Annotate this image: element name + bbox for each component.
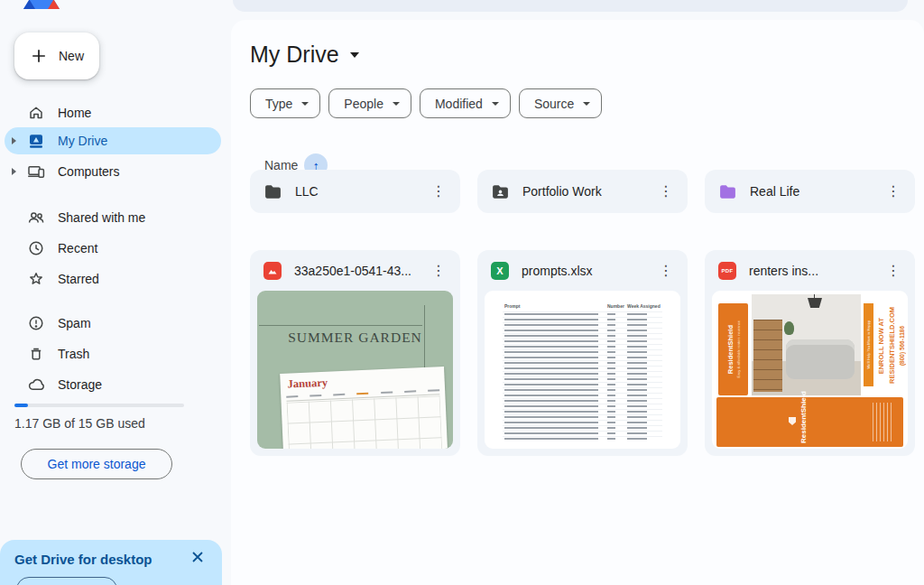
folder-icon	[263, 182, 282, 201]
more-options-icon[interactable]: ⋮	[883, 262, 903, 280]
filter-chips: Type People Modified Source	[250, 88, 602, 118]
file-thumbnail: SUMMER GARDEN January	[257, 291, 453, 449]
more-options-icon[interactable]: ⋮	[883, 182, 903, 200]
sidebar-item-shared-with-me[interactable]: Shared with me	[5, 204, 221, 231]
filter-chip-people[interactable]: People	[328, 88, 411, 118]
computers-icon	[27, 162, 45, 181]
calendar-sheet: January	[280, 367, 448, 449]
filter-chip-modified[interactable]: Modified	[420, 88, 511, 118]
shared-folder-icon	[491, 182, 510, 201]
storage-progress-fill	[14, 404, 28, 407]
page-title[interactable]: My Drive	[250, 42, 359, 68]
file-thumbnail: Prompt Number Week Assigned	[485, 291, 680, 449]
plus-icon	[30, 47, 48, 65]
new-button[interactable]: New	[14, 32, 99, 79]
more-options-icon[interactable]: ⋮	[656, 182, 676, 200]
column-header: Prompt	[504, 303, 521, 309]
living-room-photo	[752, 294, 861, 395]
more-options-icon[interactable]: ⋮	[429, 262, 448, 280]
brochure-strip-text: We'll Help You Move in Happy	[866, 320, 871, 368]
spam-icon	[27, 314, 45, 332]
sidebar-item-spam[interactable]: Spam	[5, 310, 221, 337]
sidebar-item-my-drive[interactable]: My Drive	[5, 127, 221, 154]
file-thumbnail: ResidentShield Easy & affordable renters…	[712, 291, 908, 449]
my-drive-icon	[27, 132, 45, 150]
sidebar-item-home[interactable]: Home	[5, 99, 221, 126]
banner-title: Get Drive for desktop	[14, 552, 152, 567]
sidebar: New Home My Drive Computers	[0, 0, 231, 585]
file-card-spreadsheet[interactable]: X prompts.xlsx ⋮ Prompt Number Week Assi…	[477, 250, 688, 456]
sidebar-item-starred[interactable]: Starred	[5, 265, 221, 292]
storage-progress-bar	[14, 404, 184, 407]
column-header: Number	[607, 303, 624, 309]
filter-chip-source[interactable]: Source	[519, 88, 602, 118]
main-panel: My Drive Type People Modified Source Nam…	[231, 20, 924, 585]
storage-usage-text: 1.17 GB of 15 GB used	[14, 416, 145, 431]
trash-icon	[27, 345, 45, 363]
get-more-storage-button[interactable]: Get more storage	[21, 449, 172, 479]
cloud-storage-icon	[27, 376, 45, 394]
folder-card-real-life[interactable]: Real Life ⋮	[705, 170, 915, 213]
folder-card-portfolio-work[interactable]: Portfolio Work ⋮	[477, 170, 688, 213]
spreadsheet-file-icon: X	[491, 262, 509, 280]
more-options-icon[interactable]: ⋮	[656, 262, 676, 280]
home-icon	[27, 104, 45, 122]
chevron-down-icon	[492, 102, 499, 106]
thumbnail-heading: SUMMER GARDEN	[257, 330, 453, 346]
search-bar[interactable]	[233, 0, 908, 12]
more-options-icon[interactable]: ⋮	[429, 182, 448, 200]
chevron-down-icon	[301, 102, 309, 106]
brochure-brand: ResidentShield	[726, 325, 735, 374]
image-file-icon	[263, 262, 282, 280]
recent-clock-icon	[27, 239, 45, 257]
sidebar-item-trash[interactable]: Trash	[5, 340, 221, 367]
google-drive-logo[interactable]	[23, 0, 60, 11]
star-icon	[27, 270, 45, 288]
column-header: Week Assigned	[627, 303, 661, 309]
sidebar-item-computers[interactable]: Computers	[5, 158, 221, 185]
drive-desktop-banner: Get Drive for desktop	[0, 540, 222, 585]
sidebar-item-storage[interactable]: Storage	[5, 371, 221, 398]
expand-arrow-icon[interactable]	[12, 137, 23, 144]
pdf-file-icon: PDF	[718, 262, 736, 280]
folder-card-llc[interactable]: LLC ⋮	[250, 170, 460, 213]
expand-arrow-icon[interactable]	[12, 168, 23, 175]
chevron-down-icon	[583, 102, 590, 106]
new-button-label: New	[59, 49, 84, 63]
file-card-pdf[interactable]: PDF renters ins... ⋮ ResidentShield Easy…	[705, 250, 915, 456]
shared-with-me-icon	[27, 209, 45, 227]
filter-chip-type[interactable]: Type	[250, 88, 320, 118]
chevron-down-icon	[350, 52, 359, 58]
purple-folder-icon	[718, 182, 737, 201]
banner-download-button[interactable]	[16, 577, 117, 585]
close-icon[interactable]	[189, 549, 206, 565]
brochure-tagline: Easy & affordable renters insurance	[736, 320, 741, 378]
file-card-image[interactable]: 33a250e1-0541-43... ⋮ SUMMER GARDEN Janu…	[250, 250, 460, 456]
sidebar-item-recent[interactable]: Recent	[5, 235, 221, 262]
chevron-down-icon	[393, 102, 400, 106]
shield-icon	[789, 417, 796, 425]
